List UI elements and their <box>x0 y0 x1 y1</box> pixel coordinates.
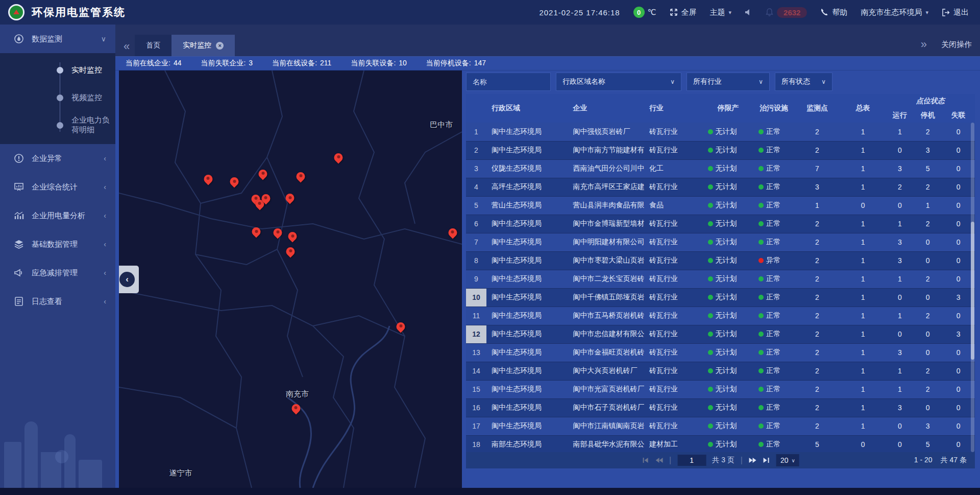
cell-region: 阆中生态环境局 <box>486 307 568 325</box>
map-pin-icon[interactable] <box>286 194 295 202</box>
map-panel[interactable]: 巴中市 南充市 遂宁市 ‹ <box>119 70 462 488</box>
sidebar-item-label: 企业电力负荷明细 <box>71 115 115 135</box>
user-menu[interactable]: 南充市生态环境局 ▾ <box>861 8 928 17</box>
sidebar-group-emergency-reduction[interactable]: 应急减排管理 ‹ <box>0 258 115 287</box>
scrollbar-thumb[interactable] <box>971 222 974 360</box>
page-number-input[interactable] <box>677 455 706 466</box>
cell-points: 2 <box>794 215 840 233</box>
map-pin-icon[interactable] <box>204 175 212 183</box>
map-pin-icon[interactable] <box>230 177 239 186</box>
sidebar-item-video-monitor[interactable]: 视频监控 <box>0 84 115 111</box>
facility-label: 正常 <box>766 219 780 227</box>
sidebar-group-power-analysis[interactable]: 企业用电量分析 ‹ <box>0 201 115 230</box>
industry-select[interactable]: 所有行业 ∨ <box>687 73 770 91</box>
cell-facility: 正常 <box>753 233 794 251</box>
table-row[interactable]: 11 阆中生态环境局 阆中市五马桥页岩机砖 砖瓦行业 无计划 正常 2 1 1 <box>466 307 975 325</box>
status-select[interactable]: 所有状态 ∨ <box>775 73 832 91</box>
bullet-dot-icon <box>57 122 63 129</box>
next-page-button[interactable] <box>749 457 757 463</box>
cell-region: 仪陇生态环境局 <box>486 159 568 178</box>
temperature-widget: 0 ℃ <box>633 7 656 18</box>
map-pin-icon[interactable] <box>448 228 457 237</box>
table-scrollbar[interactable] <box>971 123 974 452</box>
fullscreen-button[interactable]: 全屏 <box>670 8 697 17</box>
cell-lost: 0 <box>942 270 975 288</box>
status-dot-icon <box>758 313 764 318</box>
sidebar-item-realtime-monitor[interactable]: 实时监控 <box>0 56 115 84</box>
map-pin-icon[interactable] <box>252 227 261 236</box>
map-pin-icon[interactable] <box>286 247 295 256</box>
page-size-select[interactable]: 20 ∨ <box>776 454 799 466</box>
tabs-scroll-right-button[interactable]: » <box>916 39 932 50</box>
table-row[interactable]: 15 阆中生态环境局 阆中市光富页岩机砖厂 砖瓦行业 无计划 正常 2 1 1 <box>466 380 975 398</box>
tab-realtime-monitor[interactable]: 实时监控 × <box>172 35 235 56</box>
map-pin-icon[interactable] <box>291 404 300 413</box>
table-row[interactable]: 10 阆中生态环境局 阆中千佛镇五郎垭页岩 砖瓦行业 无计划 正常 2 1 0 <box>466 288 975 307</box>
map-pin-icon[interactable] <box>397 322 405 331</box>
close-icon[interactable]: × <box>216 42 224 50</box>
table-row[interactable]: 1 阆中生态环境局 阆中强锐页岩砖厂 砖瓦行业 无计划 正常 2 1 1 2 <box>466 123 975 141</box>
row-number: 14 <box>466 362 486 380</box>
map-pin-icon[interactable] <box>259 170 267 178</box>
map-pin-icon[interactable] <box>274 228 282 237</box>
logout-button[interactable]: 退出 <box>942 8 969 17</box>
table-row[interactable]: 3 仪陇生态环境局 西南油气田分公司川中 化工 无计划 正常 7 1 3 5 <box>466 159 975 178</box>
chevron-left-icon: ‹ <box>104 240 106 248</box>
status-dot-icon <box>708 166 713 171</box>
status-dot-icon <box>758 423 764 429</box>
table-row[interactable]: 12 阆中生态环境局 阆中市忠信建材有限公 砖瓦行业 无计划 正常 2 1 0 <box>466 325 975 343</box>
table-row[interactable]: 2 阆中生态环境局 阆中市南方节能建材有 砖瓦行业 无计划 正常 2 1 0 <box>466 141 975 159</box>
cell-meters: 1 <box>840 380 886 398</box>
table-row[interactable]: 16 阆中生态环境局 阆中市石子页岩机砖厂 砖瓦行业 无计划 正常 2 1 3 <box>466 398 975 417</box>
name-search-input[interactable] <box>466 73 551 91</box>
help-button[interactable]: 帮助 <box>820 8 847 17</box>
sidebar-item-power-load-detail[interactable]: 企业电力负荷明细 <box>0 111 115 139</box>
cell-run: 1 <box>886 123 914 141</box>
map-pin-icon[interactable] <box>334 153 343 162</box>
cell-company: 阆中市南方节能建材有 <box>568 141 644 159</box>
sidebar-group-log-view[interactable]: 日志查看 ‹ <box>0 287 115 316</box>
table-row[interactable]: 5 营山生态环境局 营山县润丰肉食品有限 食品 无计划 正常 1 0 0 1 <box>466 196 975 215</box>
cell-region: 阆中生态环境局 <box>486 380 568 398</box>
map-pin-icon[interactable] <box>261 194 270 203</box>
first-page-button[interactable] <box>642 457 649 463</box>
table-row[interactable]: 14 阆中生态环境局 阆中大兴页岩机砖厂 砖瓦行业 无计划 正常 2 1 1 <box>466 362 975 380</box>
table-row[interactable]: 13 阆中生态环境局 阆中市金福旺页岩机砖 砖瓦行业 无计划 正常 2 1 3 <box>466 343 975 362</box>
sidebar-group-enterprise-abnormal[interactable]: 企业异常 ‹ <box>0 144 115 173</box>
table-row[interactable]: 9 阆中生态环境局 阆中市二龙长宝页岩砖 砖瓦行业 无计划 正常 2 1 1 <box>466 270 975 288</box>
cell-facility: 正常 <box>753 362 794 380</box>
col-run: 运行 <box>886 108 914 123</box>
tab-home[interactable]: 首页 <box>135 35 172 56</box>
status-dot-icon <box>758 258 764 263</box>
map-pin-icon[interactable] <box>288 232 297 241</box>
map-collapse-button[interactable]: ‹ <box>119 266 139 293</box>
tabs-scroll-left-button[interactable]: « <box>118 41 135 56</box>
close-operations-button[interactable]: 关闭操作 <box>941 40 972 50</box>
table-row[interactable]: 4 高坪生态环境局 南充市高坪区王家店建 砖瓦行业 无计划 正常 3 1 2 <box>466 178 975 196</box>
cell-industry: 砖瓦行业 <box>644 362 703 380</box>
sidebar-group-label: 应急减排管理 <box>32 268 78 278</box>
map-pin-icon[interactable] <box>297 172 305 181</box>
cell-points: 2 <box>794 398 840 417</box>
theme-dropdown[interactable]: 主题 ▾ <box>710 8 732 17</box>
table-row[interactable]: 8 阆中生态环境局 阆中市枣碧大梁山页岩 砖瓦行业 无计划 异常 2 1 3 <box>466 251 975 270</box>
region-select[interactable]: 行政区域名称 ∨ <box>556 73 681 91</box>
notifications-button[interactable]: 2632 <box>766 7 807 18</box>
sidebar-group-base-data[interactable]: 基础数据管理 ‹ <box>0 230 115 258</box>
sidebar-group-data-monitor[interactable]: 数据监测 ∨ <box>0 25 115 53</box>
sidebar-group-enterprise-statistics[interactable]: 企业综合统计 ‹ <box>0 173 115 201</box>
cell-halt: 2 <box>914 123 942 141</box>
cell-run: 3 <box>886 233 914 251</box>
cell-halt: 2 <box>914 270 942 288</box>
divider: | <box>669 456 671 465</box>
table-row[interactable]: 17 阆中生态环境局 阆中市江南镇阆南页岩 砖瓦行业 无计划 正常 2 1 0 <box>466 417 975 435</box>
cell-stop: 无计划 <box>703 417 754 435</box>
sound-mute-button[interactable] <box>745 9 752 16</box>
last-page-button[interactable] <box>763 457 770 463</box>
table-row[interactable]: 7 阆中生态环境局 阆中明阳建材有限公司 砖瓦行业 无计划 正常 2 1 3 <box>466 233 975 251</box>
prev-page-button[interactable] <box>655 457 663 463</box>
current-datetime: 2021-02-25 17:46:18 <box>539 8 620 17</box>
table-row[interactable]: 6 阆中生态环境局 阆中市金博瑞新型墙材 砖瓦行业 无计划 正常 2 1 1 <box>466 215 975 233</box>
status-dot-icon <box>708 221 713 226</box>
table-row[interactable]: 18 南部生态环境局 南部县砒华水泥有限公 建材加工 无计划 正常 5 0 0 <box>466 435 975 452</box>
